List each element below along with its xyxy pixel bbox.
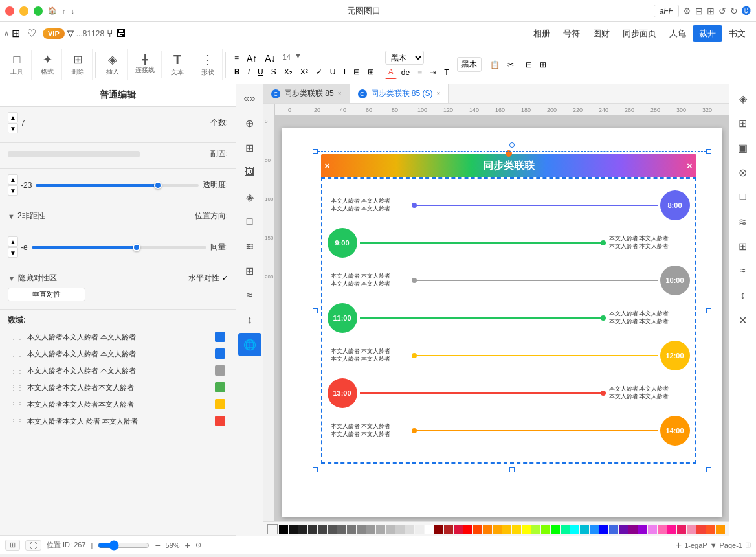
menu-symbol[interactable]: 号符 bbox=[557, 25, 586, 42]
indent-btn[interactable]: I bbox=[340, 66, 348, 78]
add-page-btn[interactable]: + bbox=[676, 540, 682, 551]
slider-thumb[interactable] bbox=[154, 181, 162, 189]
right-icon-8[interactable]: ≈ bbox=[731, 259, 755, 282]
menu-person[interactable]: 人龟 bbox=[663, 25, 693, 42]
tab-2[interactable]: C 同步类联联 85 (S) × bbox=[350, 84, 449, 103]
color-swatch[interactable] bbox=[667, 525, 676, 534]
calc-btn[interactable]: ⊞ bbox=[238, 259, 261, 282]
page-dropdown-btn[interactable]: ▼ bbox=[710, 541, 717, 549]
legend-item[interactable]: ⋮⋮ 本文人龄者本文人龄者 本文人龄者 bbox=[8, 330, 228, 344]
color-swatch[interactable] bbox=[531, 525, 540, 534]
branch-icon[interactable]: ⑂ bbox=[107, 28, 113, 40]
color-swatch[interactable] bbox=[434, 525, 443, 534]
strikethrough-btn[interactable]: S bbox=[268, 66, 280, 78]
triangle-icon[interactable]: ▽ bbox=[67, 28, 74, 38]
layout-toggle-btn[interactable]: ⊞ bbox=[745, 541, 751, 549]
fit-btn[interactable]: ⊞ bbox=[5, 540, 20, 551]
legend-color-swatch[interactable] bbox=[215, 332, 225, 342]
ver-align-input[interactable]: 垂直对性 bbox=[8, 288, 85, 301]
color-swatch[interactable] bbox=[512, 525, 521, 534]
right-icon-6[interactable]: ≋ bbox=[731, 210, 755, 233]
delete-btn[interactable]: ⊞ 删除 bbox=[66, 51, 89, 78]
vip-badge[interactable]: VIP bbox=[43, 28, 65, 39]
handle-bl[interactable] bbox=[313, 467, 318, 472]
color-swatch[interactable] bbox=[366, 525, 375, 534]
color-swatch[interactable] bbox=[502, 525, 511, 534]
legend-item[interactable]: ⋮⋮ 本文人龄者本文人龄者 本文人龄者 bbox=[8, 347, 228, 361]
clear-btn[interactable]: ✓ bbox=[313, 66, 326, 78]
color-swatch[interactable] bbox=[658, 525, 667, 534]
zoom-minus-btn[interactable]: − bbox=[155, 540, 160, 551]
chart-btn[interactable]: ≋ bbox=[238, 234, 261, 258]
tool-btn[interactable]: □ 工具 bbox=[5, 51, 28, 78]
refresh-icon[interactable]: ↺ bbox=[718, 6, 726, 16]
color-swatch[interactable] bbox=[328, 525, 337, 534]
tab-1[interactable]: C 同步类联联 85 × bbox=[263, 84, 350, 103]
spacing-slider[interactable] bbox=[32, 246, 206, 249]
count-up-btn[interactable]: ▲ bbox=[8, 112, 18, 122]
color-swatch[interactable] bbox=[395, 525, 405, 534]
legend-item[interactable]: ⋮⋮ 本文人龄者本文人龄者 本文人龄者 bbox=[8, 363, 228, 378]
legend-item[interactable]: ⋮⋮ 本文人龄者本文人 龄者 本文人龄者 bbox=[8, 414, 228, 428]
connect-btn[interactable]: ╋ 连接线 bbox=[131, 52, 159, 76]
redo-icon[interactable]: ↻ bbox=[730, 6, 738, 16]
color-swatch[interactable] bbox=[638, 525, 647, 534]
wave-btn[interactable]: ≈ bbox=[238, 284, 261, 307]
handle-tl[interactable] bbox=[313, 149, 318, 154]
superscript-btn[interactable]: X² bbox=[297, 66, 311, 78]
image-btn[interactable]: 🖼 bbox=[238, 161, 261, 184]
expand-btn[interactable]: ⛶ bbox=[25, 540, 41, 551]
color-swatch[interactable] bbox=[677, 525, 686, 534]
slider-up-btn[interactable]: ▲ bbox=[8, 174, 18, 185]
right-icon-2[interactable]: ⊞ bbox=[731, 111, 755, 135]
color-swatch[interactable] bbox=[706, 525, 715, 534]
font-dropdown-icon[interactable]: ▼ bbox=[295, 52, 302, 65]
font-underline-color-btn[interactable]: de bbox=[398, 67, 413, 78]
menu-text[interactable]: 书文 bbox=[722, 25, 752, 42]
color-swatch[interactable] bbox=[376, 525, 385, 534]
color-swatch[interactable] bbox=[599, 525, 608, 534]
canvas-wrapper[interactable]: 同步类联联 × × 本文人龄者 本文人龄者本文人龄者 本文人龄者 8:00 bbox=[275, 115, 729, 521]
spacing-up-btn[interactable]: ▲ bbox=[8, 236, 18, 247]
text-btn[interactable]: T 文本 bbox=[166, 51, 189, 79]
color-swatch[interactable] bbox=[687, 525, 696, 534]
color-swatch[interactable] bbox=[716, 525, 725, 534]
color-swatch[interactable] bbox=[561, 525, 570, 534]
color-swatch[interactable] bbox=[386, 525, 395, 534]
color-swatch[interactable] bbox=[405, 525, 414, 534]
color-swatch[interactable] bbox=[337, 525, 346, 534]
color-swatch[interactable] bbox=[541, 525, 550, 534]
no-color-swatch[interactable] bbox=[267, 524, 278, 534]
lock-btn[interactable]: □ bbox=[238, 210, 261, 233]
menu-album[interactable]: 相册 bbox=[527, 25, 557, 42]
menu-sync[interactable]: 同步面页 bbox=[616, 25, 663, 42]
subscript-btn[interactable]: X₂ bbox=[281, 66, 296, 78]
layers-btn[interactable]: ◈ bbox=[238, 185, 261, 209]
color-swatch[interactable] bbox=[279, 525, 288, 534]
color-swatch[interactable] bbox=[648, 525, 657, 534]
handle-mr[interactable] bbox=[706, 308, 711, 313]
shrink-btn[interactable]: A↓ bbox=[261, 52, 278, 65]
insert-btn[interactable]: ◈ 插入 bbox=[101, 51, 124, 78]
tab-1-close[interactable]: × bbox=[338, 90, 342, 97]
paste2-btn[interactable]: ⊞ bbox=[537, 59, 550, 71]
color-swatch[interactable] bbox=[289, 525, 298, 534]
right-icon-10[interactable]: ✕ bbox=[731, 308, 755, 332]
color-swatch[interactable] bbox=[318, 525, 327, 534]
color-swatch[interactable] bbox=[580, 525, 589, 534]
zoom-plus-btn[interactable]: + bbox=[185, 540, 190, 551]
color-swatch[interactable] bbox=[463, 525, 472, 534]
bold-btn[interactable]: B bbox=[231, 66, 243, 78]
handle-bm[interactable] bbox=[509, 467, 515, 472]
legend-color-swatch[interactable] bbox=[215, 416, 225, 426]
app-icon[interactable]: 🅒 bbox=[742, 6, 751, 16]
color-swatch[interactable] bbox=[483, 525, 492, 534]
handle-br[interactable] bbox=[706, 467, 711, 472]
list-btn[interactable]: ≡ bbox=[414, 67, 425, 78]
spacing-track[interactable] bbox=[32, 246, 206, 249]
window-icon[interactable]: ⊟ bbox=[695, 6, 703, 16]
cut-btn[interactable]: ✂ bbox=[504, 59, 517, 71]
color-swatch[interactable] bbox=[551, 525, 560, 534]
color-swatch[interactable] bbox=[357, 525, 366, 534]
nav-back-icon[interactable]: 🏠 bbox=[48, 6, 57, 15]
